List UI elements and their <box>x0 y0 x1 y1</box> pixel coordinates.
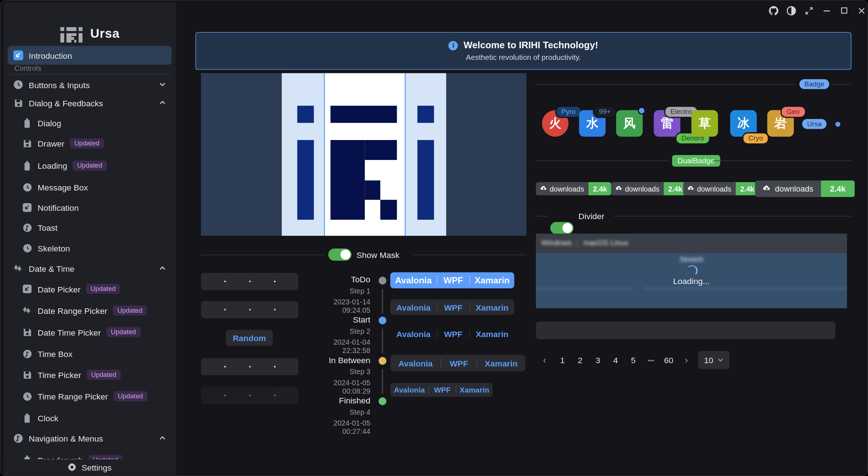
divider-toggle[interactable] <box>550 222 573 234</box>
logo-block <box>297 106 314 123</box>
controls-section-label: Controls <box>15 64 41 73</box>
settings-label: Settings <box>82 463 112 472</box>
sidebar-item-buttons-inputs[interactable]: Buttons & Inputs <box>8 75 172 94</box>
avalonia-button[interactable]: Avalonia <box>390 383 428 397</box>
updated-badge: Updated <box>86 284 120 294</box>
maximize-icon[interactable] <box>839 5 849 15</box>
github-icon[interactable] <box>768 5 778 15</box>
avalonia-button[interactable]: Avalonia <box>390 272 437 288</box>
sidebar-item-time-range-picker[interactable]: Time Range Picker Updated <box>8 387 172 406</box>
sidebar-item-message-box[interactable]: Message Box <box>8 178 172 197</box>
info-icon: i <box>449 41 458 50</box>
page-ellipsis: ••• <box>645 357 657 363</box>
sidebar-item-date-picker[interactable]: Date Picker Updated <box>8 279 172 298</box>
floppy-icon <box>22 327 32 337</box>
xamarin-button[interactable]: Xamarin <box>477 355 525 372</box>
step-time: 2024-01-05 00:08:29 <box>304 378 370 395</box>
minimize-icon[interactable] <box>822 5 831 15</box>
loading-tabbar: Windows | macOS Linux <box>536 234 847 253</box>
chevron-up-icon <box>159 98 166 108</box>
sidebar-item-time-picker[interactable]: Time Picker Updated <box>8 365 172 384</box>
chevron-down-icon <box>717 357 724 363</box>
sidebar-item-drawer[interactable]: Drawer Updated <box>8 134 172 153</box>
updated-badge: Updated <box>73 160 107 170</box>
theme-toggle-icon[interactable] <box>786 5 796 15</box>
dual-badge-key: downloads <box>697 185 731 193</box>
page-size-select[interactable]: 10 <box>698 351 729 369</box>
show-mask-toggle[interactable] <box>328 249 351 261</box>
wpf-button[interactable]: WPF <box>437 299 469 315</box>
dual-badge-key: downloads <box>550 185 584 193</box>
step-title: ToDo <box>304 275 370 284</box>
step-time: 2023-01-14 09:24:05 <box>304 298 370 315</box>
loading-text: Loading... <box>536 276 847 286</box>
random-button[interactable]: Random <box>226 330 273 346</box>
settings-button[interactable]: Settings <box>3 459 176 475</box>
logo-block <box>330 106 397 123</box>
page-next-button[interactable]: › <box>680 354 693 366</box>
page-button-5[interactable]: 5 <box>627 355 639 365</box>
blurred-divider <box>536 288 633 289</box>
sidebar-item-navigation-menus[interactable]: Navigation & Menus <box>8 429 172 448</box>
sidebar-item-date-time[interactable]: Date & Time <box>8 259 172 278</box>
step-connector <box>382 329 383 353</box>
close-icon[interactable] <box>856 5 866 15</box>
dual-badge-value: 2.4k <box>589 182 612 196</box>
sidebar-item-skeleton[interactable]: Skeleton <box>8 239 172 258</box>
sidebar-item-introduction[interactable]: Introduction <box>8 46 172 65</box>
geo-badge: Geo <box>781 106 806 118</box>
page-size-value: 10 <box>704 355 713 365</box>
sidebar-item-label: Time Box <box>38 349 73 358</box>
xamarin-button[interactable]: Xamarin <box>456 383 493 397</box>
updated-badge: Updated <box>106 327 140 337</box>
sidebar-item-notification[interactable]: Notification <box>8 198 172 217</box>
xamarin-button[interactable]: Xamarin <box>470 272 514 288</box>
wpf-button[interactable]: WPF <box>437 272 469 288</box>
xamarin-button[interactable]: Xamarin <box>470 299 514 315</box>
sidebar-item-date-range-picker[interactable]: Date Range Picker Updated <box>8 301 172 320</box>
image-viewer[interactable] <box>201 73 526 236</box>
compare-slider-line[interactable] <box>405 73 406 236</box>
wpf-button[interactable]: WPF <box>437 327 469 341</box>
standalone-dot-badge <box>835 122 840 127</box>
page-button-3[interactable]: 3 <box>592 355 604 365</box>
sidebar-item-date-time-picker[interactable]: Date Time Picker Updated <box>8 323 172 341</box>
sidebar-item-label: Message Box <box>38 182 88 192</box>
compare-slider-line[interactable] <box>324 73 325 236</box>
note-icon <box>22 222 32 232</box>
banner-title: Welcome to IRIHI Technology! <box>464 40 598 51</box>
step-title: In Between <box>304 355 370 365</box>
wpf-button[interactable]: WPF <box>429 383 456 397</box>
fullscreen-icon[interactable] <box>804 5 814 15</box>
wpf-button[interactable]: WPF <box>441 355 477 372</box>
avalonia-button[interactable]: Avalonia <box>390 355 441 372</box>
arrow-square-icon <box>22 202 32 212</box>
updated-badge: Updated <box>70 138 104 148</box>
page-button-60[interactable]: 60 <box>663 355 675 365</box>
sidebar-item-label: Buttons & Inputs <box>29 80 90 89</box>
logo-block <box>297 140 314 220</box>
sidebar-item-dialog[interactable]: Dialog <box>8 114 172 132</box>
tab-windows[interactable]: Windows <box>542 239 572 247</box>
sidebar-item-time-box[interactable]: Time Box <box>8 344 172 363</box>
sidebar-item-toast[interactable]: Toast <box>8 218 172 237</box>
sidebar-item-label: Date Time Picker <box>38 327 101 337</box>
sidebar-item-loading[interactable]: Loading Updated <box>8 156 172 175</box>
avalonia-button[interactable]: Avalonia <box>390 299 437 315</box>
sidebar-item-dialog-feedbacks[interactable]: Dialog & Feedbacks <box>8 94 172 112</box>
page-button-2[interactable]: 2 <box>574 355 587 365</box>
battery-icon <box>22 413 32 423</box>
sidebar-item-breadcrumb[interactable]: Breadcrumb Updated <box>8 451 172 459</box>
tab-macos-linux[interactable]: macOS Linux <box>584 239 629 247</box>
dual-badge-large: downloads 2.4k <box>755 180 855 197</box>
xamarin-button[interactable]: Xamarin <box>470 327 514 341</box>
page-button-4[interactable]: 4 <box>609 355 622 365</box>
sidebar-item-clock[interactable]: Clock <box>8 409 172 427</box>
page-button-1[interactable]: 1 <box>556 355 569 365</box>
dot-badge <box>638 107 645 114</box>
avalonia-button[interactable]: Avalonia <box>390 327 437 341</box>
floppy-icon <box>13 98 23 108</box>
page-prev-button[interactable]: ‹ <box>539 354 551 366</box>
sidebar-item-label: Clock <box>38 413 58 423</box>
button-group-dark-large: Avalonia WPF Xamarin <box>390 355 525 372</box>
